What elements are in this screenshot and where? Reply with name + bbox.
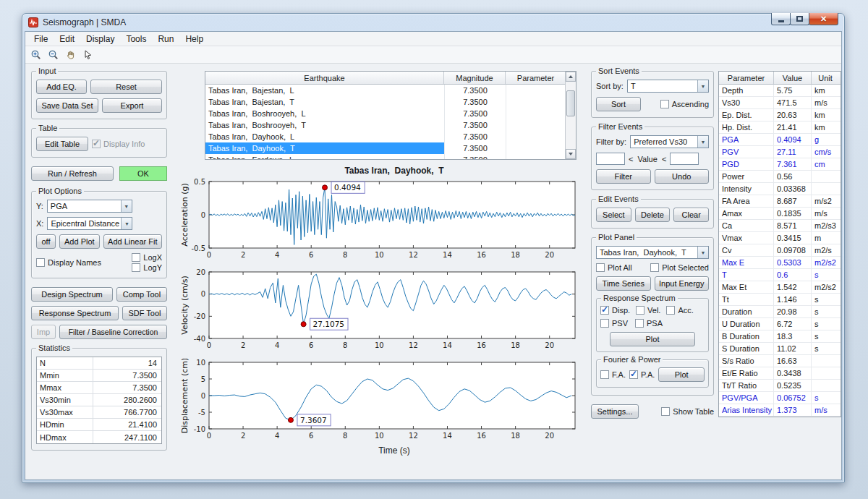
table-row[interactable]: Tabas Iran, Bajestan, T7.3500 xyxy=(205,96,576,108)
response-spectrum-plot-button[interactable]: Plot xyxy=(610,332,695,346)
save-data-set-button[interactable]: Save Data Set xyxy=(36,98,98,113)
menu-display[interactable]: Display xyxy=(80,33,120,46)
table-row[interactable]: Tabas Iran, Dayhook, L7.3500 xyxy=(205,131,576,142)
table-row[interactable]: Tabas Iran, Boshrooyeh, T7.3500 xyxy=(205,119,576,131)
settings-button[interactable]: Settings... xyxy=(591,404,639,419)
fourier-plot-button[interactable]: Plot xyxy=(658,367,705,382)
displacement-plot[interactable]: 1050-5-10024681012141618207.3607Displace… xyxy=(177,359,587,447)
design-spectrum-button[interactable]: Design Spectrum xyxy=(31,287,113,302)
minimize-button[interactable] xyxy=(771,13,791,25)
add-plot-button[interactable]: Add Plot xyxy=(59,234,100,249)
imp-button[interactable]: Imp xyxy=(31,325,56,339)
svg-text:4: 4 xyxy=(275,251,279,259)
parameter-row: Intensity0.03368 xyxy=(719,183,841,195)
maximize-button[interactable] xyxy=(790,13,809,25)
y-axis-dropdown[interactable]: PGA▼ xyxy=(47,200,132,213)
sort-by-dropdown[interactable]: T▼ xyxy=(627,80,709,93)
delete-button[interactable]: Delete xyxy=(635,208,671,222)
parameter-row: Duration20.98s xyxy=(719,306,841,318)
response-spectrum-button[interactable]: Response Spectrum xyxy=(31,306,119,320)
table-row[interactable]: Tabas Iran, Dayhook, T7.3500 xyxy=(205,142,576,154)
svg-text:12: 12 xyxy=(409,341,418,349)
scroll-down-button[interactable] xyxy=(566,149,576,159)
acc-checkbox[interactable] xyxy=(666,306,675,315)
fa-checkbox[interactable] xyxy=(600,370,609,379)
velocity-plot[interactable]: 200-20-400246810121416182027.1075Velocit… xyxy=(177,268,587,357)
add-eq-button[interactable]: Add EQ. xyxy=(36,80,87,94)
menu-tools[interactable]: Tools xyxy=(120,33,152,46)
statistics-row: N14 xyxy=(37,357,161,370)
comp-tool-button[interactable]: Comp Tool xyxy=(116,287,167,302)
statistics-row: HDmin21.4100 xyxy=(37,419,161,431)
show-table-checkbox[interactable] xyxy=(661,407,670,416)
psv-checkbox[interactable] xyxy=(600,319,609,328)
x-axis-dropdown[interactable]: Epicentral Distance▼ xyxy=(47,217,132,230)
earthquake-table-scrollbar[interactable] xyxy=(565,72,576,159)
parameter-row: Depth5.75km xyxy=(719,85,841,97)
statistics-panel: Statistics N14Mmin7.3500Mmax7.3500Vs30mi… xyxy=(31,348,167,451)
svg-text:7.3607: 7.3607 xyxy=(300,416,327,425)
undo-button[interactable]: Undo xyxy=(655,169,710,184)
run-refresh-button[interactable]: Run / Refresh xyxy=(31,166,114,181)
time-series-button[interactable]: Time Series xyxy=(596,276,651,291)
logx-checkbox[interactable] xyxy=(132,253,140,262)
titlebar[interactable]: Seismograph | SMDA ✕ xyxy=(22,14,844,31)
input-energy-button[interactable]: Input Energy xyxy=(655,276,710,291)
scroll-up-button[interactable] xyxy=(566,72,576,82)
response-spectrum-panel: Response Spectrum Disp. Vel. Acc. PSV PS… xyxy=(596,298,709,352)
pan-hand-icon[interactable] xyxy=(63,48,79,62)
table-row[interactable]: Tabas Iran, Bajestan, L7.3500 xyxy=(205,85,576,96)
right-sidebar: Sort Events Sort by: T▼ Sort Ascending xyxy=(591,71,714,419)
off-button[interactable]: off xyxy=(36,234,56,249)
plot-all-checkbox[interactable] xyxy=(596,263,605,272)
show-table-label: Show Table xyxy=(673,407,714,416)
filter-min-input[interactable] xyxy=(596,153,625,165)
svg-text:18: 18 xyxy=(511,251,520,259)
table-row[interactable]: Tabas Iran, Boshrooyeh, L7.3500 xyxy=(205,108,576,119)
parameter-table: Parameter Value Unit Depth5.75kmVs30471.… xyxy=(718,71,841,417)
clear-button[interactable]: Clear xyxy=(673,208,709,222)
sort-button[interactable]: Sort xyxy=(596,97,641,111)
acceleration-plot[interactable]: 0.50-0.5024681012141618200.4094Accelerat… xyxy=(177,178,587,266)
svg-text:0.4094: 0.4094 xyxy=(334,183,361,192)
psa-checkbox[interactable] xyxy=(635,319,644,328)
close-button[interactable]: ✕ xyxy=(809,13,838,25)
menu-run[interactable]: Run xyxy=(152,33,179,46)
plot-selected-checkbox[interactable] xyxy=(650,263,659,272)
vel-checkbox[interactable] xyxy=(636,306,644,315)
menu-edit[interactable]: Edit xyxy=(54,33,80,46)
input-panel-title: Input xyxy=(36,67,58,75)
add-linear-fit-button[interactable]: Add Linear Fit xyxy=(103,234,162,249)
pa-checkbox[interactable] xyxy=(629,370,638,379)
filter-max-input[interactable] xyxy=(670,153,699,165)
sort-events-panel: Sort Events Sort by: T▼ Sort Ascending xyxy=(591,71,714,118)
edit-table-button[interactable]: Edit Table xyxy=(36,137,88,151)
zoom-out-icon[interactable] xyxy=(46,48,61,62)
filter-by-dropdown[interactable]: Preferred Vs30▼ xyxy=(630,135,709,148)
chevron-down-icon: ▼ xyxy=(697,80,708,92)
earthquake-table-header: Earthquake Magnitude Parameter xyxy=(205,72,576,85)
filter-baseline-button[interactable]: Filter / Baseline Correction xyxy=(59,325,167,339)
display-info-checkbox[interactable] xyxy=(92,140,101,148)
ascending-checkbox[interactable] xyxy=(660,100,669,108)
disp-checkbox[interactable] xyxy=(600,306,609,315)
plot-panel: Plot Panel Tabas Iran, Dayhook, T▼ Plot … xyxy=(591,237,714,396)
record-dropdown[interactable]: Tabas Iran, Dayhook, T▼ xyxy=(596,246,709,259)
select-button[interactable]: Select xyxy=(596,208,631,222)
table-panel: Table Edit Table Display Info xyxy=(31,128,167,158)
data-cursor-icon[interactable] xyxy=(80,48,96,62)
logy-label: LogY xyxy=(143,263,162,272)
menu-help[interactable]: Help xyxy=(179,33,209,46)
zoom-in-icon[interactable] xyxy=(28,48,44,62)
table-row[interactable]: Tabas Iran, Ferdows, L7.3500 xyxy=(205,154,576,160)
sdf-tool-button[interactable]: SDF Tool xyxy=(122,306,167,320)
svg-text:2: 2 xyxy=(241,341,245,349)
display-names-checkbox[interactable] xyxy=(36,258,45,267)
logy-checkbox[interactable] xyxy=(132,263,140,272)
time-axis-label: Time (s) xyxy=(209,445,579,456)
export-button[interactable]: Export xyxy=(102,98,162,113)
scrollbar-thumb[interactable] xyxy=(566,90,575,116)
filter-button[interactable]: Filter xyxy=(596,169,651,184)
menu-file[interactable]: File xyxy=(28,33,54,46)
reset-button[interactable]: Reset xyxy=(90,80,162,94)
